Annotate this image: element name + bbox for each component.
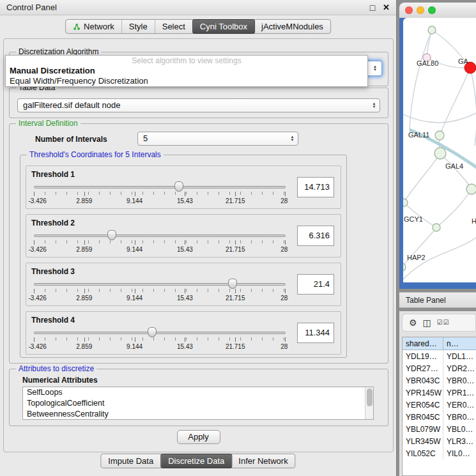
list-item[interactable]: TopologicalCoefficient <box>23 398 373 409</box>
slider-track[interactable] <box>34 283 286 286</box>
threshold-slider[interactable]: -3.426 2.859 9.144 15.43 21.715 28 <box>34 231 286 256</box>
table-row[interactable]: YBL079WYBL0… <box>403 423 476 435</box>
tick-mark <box>235 192 236 196</box>
tick-mark <box>285 240 286 245</box>
column-header[interactable]: shared… <box>403 337 443 349</box>
slider-thumb[interactable] <box>148 327 157 337</box>
network-node[interactable] <box>435 131 444 140</box>
close-traffic-light-icon[interactable] <box>405 6 413 14</box>
tick-mark <box>84 240 85 245</box>
table-row[interactable]: YLR345WYLR3… <box>403 435 476 447</box>
scrollbar-thumb[interactable] <box>367 388 372 406</box>
columns-icon[interactable]: ◫ <box>423 318 431 327</box>
float-window-icon[interactable]: □ <box>370 3 375 13</box>
slider-track[interactable] <box>34 332 286 334</box>
list-item[interactable]: SelfLoops <box>23 387 373 398</box>
table-row[interactable]: YPR145WYPR1… <box>403 387 476 399</box>
threshold-value-field[interactable]: 11.344 <box>297 323 334 343</box>
select-checkboxes-icon[interactable]: ☑☑ <box>437 318 450 327</box>
tab-select[interactable]: Select <box>155 20 193 33</box>
apply-button[interactable]: Apply <box>177 430 220 444</box>
table-cell: YBL0… <box>443 423 476 435</box>
combobox-value: galFiltered.sif default node <box>18 99 380 112</box>
close-icon[interactable]: ✕ <box>383 3 390 12</box>
threshold-panel: Threshold 1 -3.426 2.859 9.144 15.43 21.… <box>26 165 341 209</box>
tab-label: Network <box>84 22 114 31</box>
slider-thumb[interactable] <box>174 181 183 192</box>
group-title: Interval Definition <box>16 119 81 128</box>
tick-mark <box>185 192 185 196</box>
table-panel-header: Table Panel <box>399 292 476 308</box>
slider-thumb[interactable] <box>107 230 116 240</box>
stepper-icon: ▲▼ <box>370 61 380 75</box>
attributes-group: Attributes to discretize Numerical Attri… <box>9 369 388 426</box>
dropdown-option-manual-discretization[interactable]: Manual Discretization <box>6 66 367 76</box>
attributes-list: SelfLoops TopologicalCoefficient Between… <box>22 387 374 420</box>
scale-label: 28 <box>280 246 288 253</box>
table-cell: YDR2… <box>443 362 476 374</box>
scale-label: 2.859 <box>76 197 92 204</box>
tick-mark <box>285 289 286 293</box>
control-panel: Control Panel □ ✕ Network Style Select C… <box>0 0 397 476</box>
dropdown-option-equal-width[interactable]: Equal Width/Frequency Discretization <box>6 76 367 86</box>
scrollbar[interactable] <box>365 387 373 419</box>
zoom-traffic-light-icon[interactable] <box>428 6 436 14</box>
list-item[interactable]: BetweennessCentrality <box>23 409 373 420</box>
node-label: GAL80 <box>417 59 438 67</box>
tab-cyni-toolbox[interactable]: Cyni Toolbox <box>192 19 255 34</box>
scale-label: -3.426 <box>28 295 46 302</box>
network-node[interactable] <box>403 263 406 271</box>
table-row[interactable]: YBR045CYBR0… <box>403 411 476 423</box>
network-node[interactable] <box>403 199 408 206</box>
tick-mark <box>34 337 35 342</box>
scale-label: 28 <box>280 343 288 350</box>
table-cell: YBL079W <box>403 423 443 435</box>
gear-icon[interactable]: ⚙ <box>409 318 417 327</box>
stepper-icon: ▲▼ <box>287 132 298 145</box>
scale-label: 15.43 <box>177 295 193 302</box>
minimize-traffic-light-icon[interactable] <box>417 6 424 14</box>
scale-label: -3.426 <box>28 246 46 253</box>
table-row[interactable]: YBR043CYBR0… <box>403 374 476 387</box>
number-of-intervals-label: Number of Intervals <box>35 135 107 144</box>
tick-mark <box>135 289 135 293</box>
network-canvas[interactable]: GAL80 GA GAL11 GAL4 GCY1 HAP2 H <box>403 18 476 282</box>
threshold-value-field[interactable]: 6.316 <box>297 226 334 246</box>
network-node[interactable] <box>428 26 436 34</box>
tick-mark <box>135 337 135 342</box>
tab-impute-data[interactable]: Impute Data <box>101 454 161 468</box>
tab-label: Infer Network <box>238 456 288 466</box>
network-graph: GAL80 GA GAL11 GAL4 GCY1 HAP2 H <box>403 18 476 282</box>
tab-network[interactable]: Network <box>66 20 122 33</box>
combobox-value: 5 <box>138 132 298 145</box>
network-node[interactable] <box>433 224 440 231</box>
table-body: YDL19…YDL1…YDR27…YDR2…YBR043CYBR0…YPR145… <box>403 350 476 459</box>
thresholds-group: Threshold's Coordinates for 5 Intervals … <box>20 155 347 358</box>
table-row[interactable]: YER054CYER0… <box>403 399 476 411</box>
scale-label: -3.426 <box>28 343 46 350</box>
table-row[interactable]: YDR27…YDR2… <box>403 362 476 374</box>
tab-infer-network[interactable]: Infer Network <box>231 454 295 468</box>
threshold-value-field[interactable]: 14.713 <box>297 177 334 197</box>
tab-discretize-data[interactable]: Discretize Data <box>160 454 232 468</box>
slider-track[interactable] <box>34 234 286 237</box>
scale-label: 28 <box>280 295 288 302</box>
network-node[interactable] <box>466 184 476 194</box>
threshold-value-field[interactable]: 21.4 <box>297 274 334 295</box>
tab-style[interactable]: Style <box>122 20 155 33</box>
table-row[interactable]: YDL19…YDL1… <box>403 350 476 362</box>
table-data-combobox[interactable]: galFiltered.sif default node ▲▼ <box>17 98 380 112</box>
threshold-slider[interactable]: -3.426 2.859 9.144 15.43 21.715 28 <box>34 280 286 304</box>
screen: Control Panel □ ✕ Network Style Select C… <box>0 0 476 476</box>
threshold-slider[interactable]: -3.426 2.859 9.144 15.43 21.715 28 <box>34 183 286 207</box>
number-of-intervals-combobox[interactable]: 5 ▲▼ <box>137 132 298 146</box>
table-row[interactable]: YIL052CYIL0… <box>403 447 476 459</box>
tab-label: Discretize Data <box>168 456 224 466</box>
slider-thumb[interactable] <box>228 279 237 289</box>
tab-jactivemnodules[interactable]: jActiveMNodules <box>254 20 330 33</box>
slider-track[interactable] <box>34 186 286 188</box>
threshold-slider[interactable]: -3.426 2.859 9.144 15.43 21.715 28 <box>34 328 286 353</box>
network-node[interactable] <box>434 148 446 159</box>
column-header[interactable]: n… <box>443 337 476 349</box>
table-cell: YLR345W <box>403 435 443 447</box>
